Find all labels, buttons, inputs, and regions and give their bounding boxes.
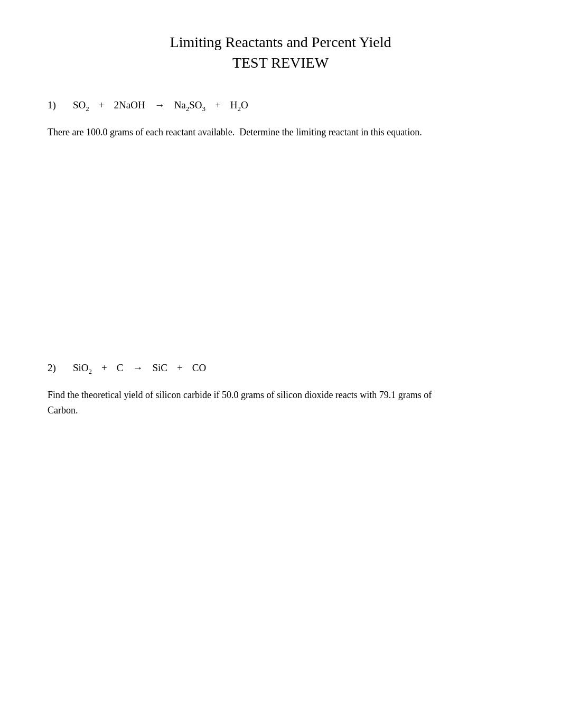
chem-2NaOH: 2NaOH bbox=[114, 99, 145, 111]
question-number-1: 1) bbox=[48, 99, 63, 111]
chem-H2O: H2O bbox=[230, 99, 248, 113]
equation-row-1: 1) SO2 + 2NaOH → Na2SO3 + H2O bbox=[48, 99, 513, 113]
question-1-description: There are 100.0 grams of each reactant a… bbox=[48, 125, 449, 140]
question-2-work-area bbox=[48, 418, 513, 640]
plus-3: + bbox=[101, 362, 107, 374]
plus-2: + bbox=[215, 99, 221, 111]
title-line2: TEST REVIEW bbox=[48, 52, 513, 73]
arrow-1: → bbox=[155, 99, 165, 111]
question-2: 2) SiO2 + C → SiC + CO Find the theoreti… bbox=[48, 362, 513, 640]
chem-SiC: SiC bbox=[152, 362, 167, 374]
chem-Na2SO3: Na2SO3 bbox=[174, 99, 205, 113]
question-number-2: 2) bbox=[48, 362, 63, 374]
arrow-2: → bbox=[133, 362, 143, 374]
question-1: 1) SO2 + 2NaOH → Na2SO3 + H2O There are … bbox=[48, 99, 513, 341]
question-1-work-area bbox=[48, 140, 513, 341]
chem-SO2: SO2 bbox=[73, 99, 89, 113]
title-block: Limiting Reactants and Percent Yield TES… bbox=[48, 32, 513, 73]
plus-1: + bbox=[99, 99, 105, 111]
chem-SiO2: SiO2 bbox=[73, 362, 92, 376]
chem-CO: CO bbox=[192, 362, 206, 374]
plus-4: + bbox=[177, 362, 183, 374]
equation-row-2: 2) SiO2 + C → SiC + CO bbox=[48, 362, 513, 376]
question-2-description: Find the theoretical yield of silicon ca… bbox=[48, 388, 449, 418]
page-content: Limiting Reactants and Percent Yield TES… bbox=[48, 32, 513, 640]
chem-C: C bbox=[117, 362, 124, 374]
title-line1: Limiting Reactants and Percent Yield bbox=[48, 32, 513, 52]
